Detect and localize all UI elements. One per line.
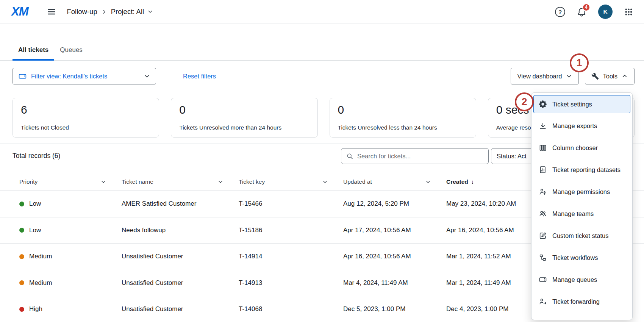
tools-button[interactable]: Tools: [585, 68, 635, 84]
annotation-step-2: 2: [515, 92, 534, 111]
tab-queues[interactable]: Queues: [54, 46, 88, 60]
menu-item-label: Ticket reporting datasets: [552, 166, 621, 174]
topbar-actions: ? 4 K: [555, 0, 633, 23]
tools-menu: Ticket settings Manage exports Column ch…: [531, 92, 633, 320]
updated-at-cell: Apr 17, 2024, 10:56 AM: [343, 227, 446, 234]
stat-value: 0: [179, 103, 309, 116]
menu-item-ticket-reporting-datasets[interactable]: Ticket reporting datasets: [531, 159, 632, 181]
stat-value: 0: [338, 103, 468, 116]
menu-item-label: Manage permissions: [552, 188, 610, 195]
chevron-down-icon: [147, 8, 153, 15]
menu-item-label: Manage teams: [552, 210, 594, 217]
priority-cell: Low: [19, 227, 122, 234]
menu-item-manage-exports[interactable]: Manage exports: [531, 115, 632, 137]
priority-dot: [19, 228, 24, 233]
column-label: Updated at: [343, 178, 372, 185]
breadcrumb-section[interactable]: Follow-up: [67, 8, 97, 16]
notifications-button[interactable]: 4: [577, 7, 587, 17]
updated-at-cell: Mar 4, 2024, 11:49 AM: [343, 279, 446, 287]
menu-item-label: Manage exports: [552, 122, 597, 130]
column-label: Ticket name: [122, 178, 153, 185]
menu-item-ticket-workflows[interactable]: Ticket workflows: [531, 247, 632, 269]
wrench-icon: [591, 72, 599, 80]
view-dashboard-button[interactable]: View dashboard: [511, 68, 579, 84]
stat-card-not-closed: 6 Tickets not Closed: [13, 98, 159, 138]
filters-toolbar: Filter view: Kendall's tickets Reset fil…: [13, 68, 635, 84]
app-window: XM Follow-up Project: All ? 4 K: [0, 0, 644, 322]
person-key-icon: [538, 188, 547, 196]
priority-cell: Medium: [19, 279, 122, 287]
menu-item-manage-teams[interactable]: Manage teams: [531, 203, 632, 225]
stat-card-unresolved-less-24h: 0 Tickets Unresolved less than 24 hours: [330, 98, 476, 138]
app-grid-icon[interactable]: [624, 7, 633, 17]
menu-item-ticket-settings[interactable]: Ticket settings: [533, 95, 630, 113]
workflow-icon: [538, 253, 547, 262]
total-records-label: Total records (6): [13, 152, 60, 160]
chevron-down-icon: [322, 179, 328, 185]
sort-descending-icon: ↓: [471, 178, 474, 185]
toolbar-right-buttons: View dashboard Tools: [511, 68, 635, 84]
view-dashboard-label: View dashboard: [517, 73, 562, 80]
priority-cell: Low: [19, 200, 122, 208]
stat-label: Tickets not Closed: [21, 124, 151, 131]
people-icon: [538, 209, 547, 218]
dataset-chart-icon: [538, 166, 547, 174]
priority-dot: [19, 202, 24, 206]
chevron-down-icon: [217, 179, 224, 185]
columns-icon: [538, 144, 547, 152]
ticket-name-cell: Unsatisfied Customer: [122, 279, 239, 287]
project-selector[interactable]: Project: All: [111, 8, 153, 16]
menu-item-custom-ticket-status[interactable]: Custom ticket status: [531, 225, 632, 247]
ticket-key-cell: T-14914: [239, 253, 343, 260]
ticket-name-cell: Unsatisfied Customer: [122, 253, 239, 260]
ticket-name-cell: Needs followup: [122, 227, 239, 234]
column-header-updated-at[interactable]: Updated at: [343, 178, 446, 185]
reset-filters-link[interactable]: Reset filters: [183, 68, 216, 84]
menu-item-label: Ticket workflows: [552, 254, 598, 261]
menu-item-label: Ticket settings: [552, 101, 592, 108]
hamburger-menu-icon[interactable]: [46, 6, 57, 17]
updated-at-cell: Apr 16, 2024, 10:56 AM: [343, 253, 446, 260]
tickets-tabs: All tickets Queues: [0, 23, 644, 61]
menu-item-manage-queues[interactable]: Manage queues: [531, 269, 632, 291]
column-header-ticket-name[interactable]: Ticket name: [122, 178, 239, 185]
priority-text: Low: [29, 200, 41, 208]
stat-label: Tickets Unresolved more than 24 hours: [179, 124, 309, 131]
column-label: Ticket key: [239, 178, 265, 185]
filter-view-dropdown[interactable]: Filter view: Kendall's tickets: [13, 68, 156, 84]
column-label: Priority: [19, 178, 38, 185]
chevron-down-icon: [425, 179, 431, 185]
xm-logo[interactable]: XM: [11, 5, 28, 19]
breadcrumb-project: Project: All: [111, 8, 144, 16]
chevron-up-icon: [621, 73, 628, 80]
menu-item-label: Ticket forwarding: [552, 298, 600, 305]
column-header-ticket-key[interactable]: Ticket key: [239, 178, 343, 185]
stat-card-unresolved-more-24h: 0 Tickets Unresolved more than 24 hours: [171, 98, 317, 138]
priority-cell: High: [19, 305, 122, 313]
priority-dot: [19, 280, 24, 285]
chevron-right-icon: [101, 9, 107, 15]
tools-label: Tools: [603, 73, 617, 80]
column-header-priority[interactable]: Priority: [19, 178, 122, 185]
menu-item-label: Column chooser: [552, 144, 598, 152]
ticket-icon: [538, 275, 547, 284]
menu-item-column-chooser[interactable]: Column chooser: [531, 137, 632, 159]
download-icon: [538, 122, 547, 130]
tab-all-tickets[interactable]: All tickets: [13, 46, 54, 60]
updated-at-cell: Dec 5, 2023, 1:00 PM: [343, 305, 446, 313]
menu-item-manage-permissions[interactable]: Manage permissions: [531, 181, 632, 203]
ticket-name-cell: Unsatisfied Customer: [122, 305, 239, 313]
menu-item-label: Custom ticket status: [552, 232, 609, 239]
search-input[interactable]: [357, 153, 484, 160]
stat-label: Tickets Unresolved less than 24 hours: [338, 124, 468, 131]
avatar[interactable]: K: [598, 5, 613, 19]
priority-text: Low: [29, 227, 41, 234]
ticket-key-cell: T-14068: [239, 305, 343, 313]
priority-text: High: [29, 305, 42, 313]
edit-icon: [538, 231, 547, 240]
ticket-key-cell: T-15466: [239, 200, 343, 208]
help-icon[interactable]: ?: [555, 7, 565, 17]
ticket-search[interactable]: [341, 148, 489, 164]
chevron-down-icon: [566, 73, 572, 80]
menu-item-ticket-forwarding[interactable]: Ticket forwarding: [531, 291, 632, 313]
